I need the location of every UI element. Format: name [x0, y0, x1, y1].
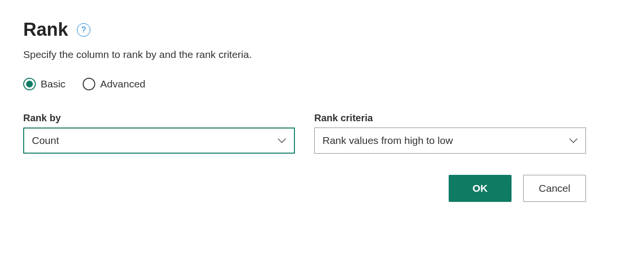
dialog-header: Rank ?: [23, 19, 621, 40]
rank-by-select[interactable]: Count: [23, 128, 295, 154]
radio-advanced[interactable]: Advanced: [83, 78, 145, 90]
radio-basic-label: Basic: [41, 78, 65, 90]
help-icon-glyph: ?: [81, 25, 86, 35]
help-icon[interactable]: ?: [77, 23, 90, 37]
dialog-subtitle: Specify the column to rank by and the ra…: [23, 49, 621, 60]
rank-by-value: Count: [32, 135, 59, 146]
rank-criteria-select[interactable]: Rank values from high to low: [314, 128, 586, 154]
page-title: Rank: [23, 19, 68, 40]
radio-advanced-label: Advanced: [100, 78, 145, 90]
mode-radio-group: Basic Advanced: [23, 78, 621, 90]
dialog-buttons: OK Cancel: [23, 175, 586, 202]
radio-basic[interactable]: Basic: [23, 78, 65, 90]
ok-button[interactable]: OK: [449, 175, 512, 202]
radio-dot-icon: [26, 81, 33, 87]
radio-circle-icon: [23, 78, 36, 90]
rank-by-group: Rank by Count: [23, 113, 295, 154]
cancel-button[interactable]: Cancel: [523, 175, 586, 202]
rank-criteria-label: Rank criteria: [314, 113, 586, 124]
radio-circle-icon: [83, 78, 95, 90]
chevron-down-icon: [569, 138, 578, 143]
rank-criteria-group: Rank criteria Rank values from high to l…: [314, 113, 586, 154]
rank-by-label: Rank by: [23, 113, 295, 124]
rank-criteria-value: Rank values from high to low: [322, 135, 453, 146]
fields-row: Rank by Count Rank criteria Rank values …: [23, 113, 621, 154]
chevron-down-icon: [278, 138, 286, 143]
